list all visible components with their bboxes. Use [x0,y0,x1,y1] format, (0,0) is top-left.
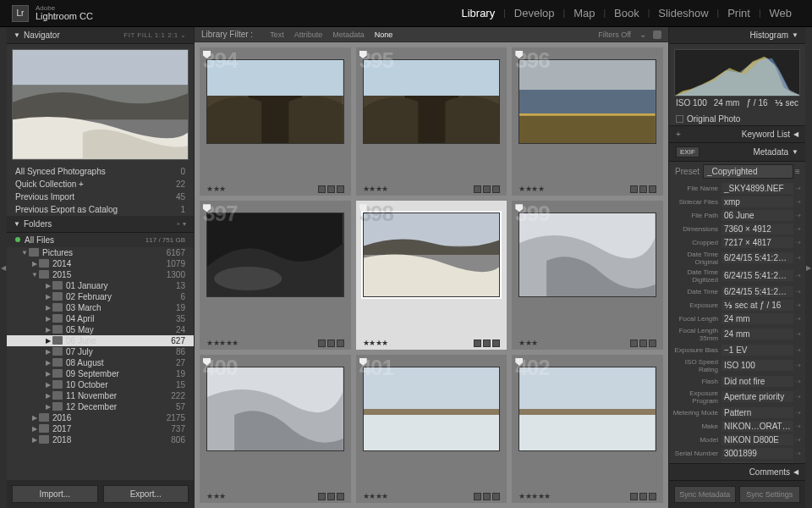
preset-value[interactable]: _Copyrighted [703,164,793,179]
meta-value[interactable]: 24 mm [721,313,793,324]
catalog-item[interactable]: Quick Collection +22 [7,178,194,190]
meta-action-icon[interactable]: ⇢ [793,315,802,323]
thumbnail-cell[interactable]: 397 ★★★★★ [200,201,351,349]
filter-tab-none[interactable]: None [370,29,398,41]
rating-stars[interactable]: ★★★★★ [206,339,239,347]
meta-value[interactable]: 7360 × 4912 [721,224,793,235]
rating-stars[interactable]: ★★★★ [363,185,388,193]
meta-value[interactable]: ⅓ sec at ƒ / 16 [721,300,793,311]
folder-item[interactable]: ▼20151300 [7,269,194,280]
meta-action-icon[interactable]: ⇢ [793,212,802,219]
right-edge-expand[interactable]: ▶ [805,27,812,508]
import-button[interactable]: Import... [12,485,98,503]
meta-value[interactable]: 6/24/15 5:41:24 … [721,252,793,263]
filter-tab-text[interactable]: Text [265,29,289,41]
thumbnail-cell[interactable]: 394 ★★★ [200,47,351,196]
meta-value[interactable]: NIKON D800E [721,434,793,445]
meta-value[interactable]: ISO 100 [721,360,793,371]
meta-value[interactable]: xmp [721,196,793,207]
meta-action-icon[interactable]: ⇢ [793,225,802,233]
meta-action-icon[interactable]: ⇢ [793,239,802,246]
module-print[interactable]: Print [719,7,759,19]
checkbox-icon[interactable] [676,115,683,123]
thumbnail-cell[interactable]: 401 ★★★★ [356,355,508,503]
sync-metadata-button[interactable]: Sync Metadata [674,486,736,503]
meta-value[interactable]: −1 EV [721,345,793,356]
meta-value[interactable]: Did not fire [721,376,793,387]
meta-action-icon[interactable]: ⇢ [793,185,802,192]
navigator-header[interactable]: ▼ Navigator FIT FILL 1:1 2:1 ⌄ [7,27,194,44]
meta-action-icon[interactable]: ⇢ [793,393,802,400]
histogram-graph[interactable] [674,49,800,97]
rating-stars[interactable]: ★★★ [518,339,538,347]
folders-header[interactable]: ▼ Folders + ▾ [7,216,194,233]
folder-item[interactable]: ▶08 August27 [7,357,194,368]
export-button[interactable]: Export... [103,485,189,503]
left-edge-expand[interactable]: ◀ [0,27,7,508]
rating-stars[interactable]: ★★★★ [518,185,544,193]
keyword-header[interactable]: + Keyword List ◀ [669,125,805,143]
catalog-item[interactable]: Previous Import45 [7,190,194,203]
folder-item[interactable]: ▶04 April35 [7,313,194,324]
meta-value[interactable]: 7217 × 4817 [721,237,793,248]
thumbnail-cell[interactable]: 396 ★★★★ [512,47,663,196]
meta-action-icon[interactable]: ⇢ [793,198,802,206]
folder-item[interactable]: ▶2018806 [7,434,194,445]
histogram-header[interactable]: Histogram ▼ [669,27,805,44]
module-web[interactable]: Web [761,7,801,19]
folder-item[interactable]: ▶10 October15 [7,379,194,390]
meta-value[interactable]: NIKON…ORATION [721,421,793,432]
plus-icon[interactable]: + [676,130,681,139]
meta-action-icon[interactable]: ⇢ [793,378,802,385]
meta-action-icon[interactable]: ⇢ [793,422,802,430]
meta-value[interactable]: 6/24/15 5:41:24 PM [721,270,793,281]
original-photo-toggle[interactable]: Original Photo [669,113,805,125]
thumbnail-grid[interactable]: 394 ★★★ 395 ★★★★ 396 ★★★★ 397 ★★★★★ 398 … [195,42,668,508]
module-book[interactable]: Book [606,7,648,19]
rating-stars[interactable]: ★★★★ [363,339,388,347]
meta-action-icon[interactable]: ⇢ [793,346,802,354]
meta-value[interactable]: _SKY4899.NEF [721,183,793,194]
rating-stars[interactable]: ★★★★ [363,492,388,500]
meta-value[interactable]: Pattern [721,407,793,418]
meta-action-icon[interactable]: ⇢ [793,254,802,262]
navigator-preview[interactable] [7,44,194,165]
folder-item[interactable]: ▶2017737 [7,423,194,434]
meta-action-icon[interactable]: ⇢ [793,301,802,309]
metadata-mode[interactable]: EXIF [676,146,700,157]
thumbnail-cell[interactable]: 400 ★★★ [200,355,351,503]
meta-action-icon[interactable]: ⇢ [793,450,802,457]
meta-value[interactable]: Aperture priority [721,391,793,402]
catalog-item[interactable]: All Synced Photographs0 [7,165,194,178]
meta-action-icon[interactable]: ⇢ [793,330,802,338]
module-develop[interactable]: Develop [506,7,563,19]
meta-value[interactable]: 06 June [721,210,793,221]
filter-lock-icon[interactable] [653,30,661,39]
filter-tab-metadata[interactable]: Metadata [327,29,370,41]
catalog-item[interactable]: Previous Export as Catalog1 [7,203,194,216]
metadata-header[interactable]: EXIF Metadata ▼ [669,143,805,162]
meta-action-icon[interactable]: ⇢ [793,362,802,369]
folders-opts-icon[interactable]: + ▾ [177,220,187,228]
folder-item[interactable]: ▶03 March19 [7,302,194,313]
folder-item[interactable]: ▶20162175 [7,412,194,423]
filters-off-toggle[interactable]: Filters Off [593,29,636,41]
meta-value[interactable]: 6/24/15 5:41:24 PM [721,286,793,297]
folder-item[interactable]: ▶02 February6 [7,291,194,302]
thumbnail-cell[interactable]: 399 ★★★ [512,201,663,349]
folder-item[interactable]: ▶06 June627 [7,335,194,346]
folder-item[interactable]: ▶20141079 [7,258,194,269]
comments-header[interactable]: Comments ◀ [669,463,805,481]
folder-item[interactable]: ▶05 May24 [7,324,194,335]
folder-item[interactable]: ▶01 January13 [7,280,194,291]
thumbnail-cell[interactable]: 398 ★★★★ [356,201,508,349]
meta-action-icon[interactable]: ⇢ [793,272,802,279]
rating-stars[interactable]: ★★★★★ [518,492,551,500]
meta-value[interactable]: 24 mm [721,329,793,340]
thumbnail-cell[interactable]: 402 ★★★★★ [512,355,663,503]
folder-item[interactable]: ▶09 September19 [7,368,194,379]
meta-action-icon[interactable]: ⇢ [793,409,802,417]
thumbnail-cell[interactable]: 395 ★★★★ [356,47,508,196]
preset-menu-icon[interactable]: ≡ [793,167,802,176]
module-slideshow[interactable]: Slideshow [650,7,716,19]
